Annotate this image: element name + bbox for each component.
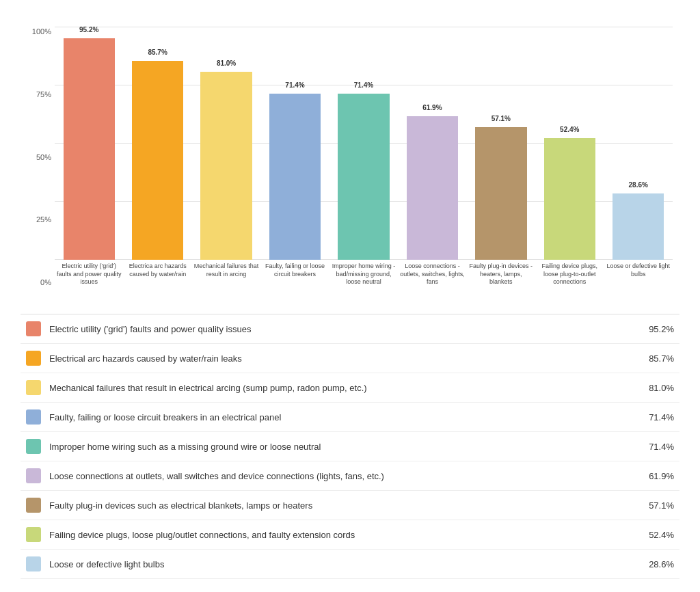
legend-row: Faulty plug-in devices such as electrica… (21, 491, 679, 520)
legend-color-swatch (26, 498, 41, 513)
legend-item-pct: 28.6% (647, 559, 674, 569)
legend-row: Electric utility ('grid') faults and pow… (21, 314, 679, 344)
legend-row: Loose or defective light bulbs28.6% (21, 550, 679, 579)
legend-item-text: Loose connections at outlets, wall switc… (49, 471, 640, 481)
bar-x-label: Faulty, failing or loose circuit breaker… (260, 263, 329, 286)
legend-item-text: Loose or defective light bulbs (49, 559, 640, 569)
bar-x-label: Loose or defective light bulbs (604, 263, 673, 286)
y-axis: 100%75%50%25%0% (21, 27, 51, 286)
chart-container: 100%75%50%25%0% 95.2%85.7%81.0%71.4%71.4… (14, 14, 686, 293)
bar-group: 28.6% (604, 27, 673, 260)
legend-item-pct: 71.4% (647, 442, 674, 452)
bar-group: 81.0% (192, 27, 260, 260)
legend-item-text: Faulty, failing or loose circuit breaker… (49, 412, 640, 422)
bar: 57.1% (475, 127, 526, 260)
bar: 81.0% (200, 72, 252, 260)
bar-x-label: Electrica arc hazards caused by water/ra… (123, 263, 191, 286)
bar-x-label: Faulty plug-in devices - heaters, lamps,… (467, 263, 535, 286)
bars-wrapper: 95.2%85.7%81.0%71.4%71.4%61.9%57.1%52.4%… (55, 27, 673, 260)
bar-group: 95.2% (55, 27, 123, 260)
legend-item-pct: 52.4% (647, 530, 674, 540)
bar-x-label: Improper home wiring - bad/missing groun… (329, 263, 398, 286)
bar-group: 61.9% (398, 27, 466, 260)
legend-item-pct: 81.0% (647, 383, 674, 393)
legend-item-pct: 85.7% (647, 353, 674, 364)
bar-group: 85.7% (123, 27, 191, 260)
legend-row: Electrical arc hazards caused by water/r… (21, 344, 679, 373)
legend-item-text: Faulty plug-in devices such as electrica… (49, 500, 640, 511)
bar: 95.2% (64, 38, 115, 260)
bar-x-label: Loose connections - outlets, switches, l… (398, 263, 466, 286)
legend-color-swatch (26, 351, 41, 366)
legend-table: Electric utility ('grid') faults and pow… (21, 314, 679, 579)
y-axis-label: 75% (21, 90, 51, 98)
bar: 28.6% (612, 193, 664, 260)
bar-group: 57.1% (467, 27, 535, 260)
bar-value-label: 61.9% (422, 104, 442, 111)
legend-color-swatch (26, 321, 41, 336)
legend-color-swatch (26, 439, 41, 454)
legend-item-text: Electrical arc hazards caused by water/r… (49, 353, 640, 364)
bar-x-label: Mechanical failures that result in arcin… (192, 263, 260, 286)
bar-x-label: Failing device plugs, loose plug-to-outl… (535, 263, 604, 286)
bar-x-label: Electric utility ('grid') faults and pow… (55, 263, 123, 286)
legend-row: Failing device plugs, loose plug/outlet … (21, 520, 679, 550)
bar-group: 52.4% (535, 27, 604, 260)
legend-item-pct: 57.1% (647, 500, 674, 511)
legend-item-text: Improper home wiring such as a missing g… (49, 442, 640, 452)
bar-group: 71.4% (329, 27, 398, 260)
legend-row: Loose connections at outlets, wall switc… (21, 461, 679, 491)
legend-item-text: Electric utility ('grid') faults and pow… (49, 324, 640, 334)
legend-color-swatch (26, 380, 41, 395)
y-axis-label: 50% (21, 153, 51, 161)
legend-row: Mechanical failures that result in elect… (21, 373, 679, 403)
legend-item-pct: 61.9% (647, 471, 674, 481)
legend-color-swatch (26, 527, 41, 542)
y-axis-label: 25% (21, 215, 51, 224)
bar-value-label: 57.1% (492, 115, 511, 122)
bar-value-label: 81.0% (217, 59, 236, 67)
y-axis-label: 100% (21, 27, 51, 36)
legend-color-swatch (26, 409, 41, 425)
bar: 85.7% (132, 61, 183, 260)
bar-value-label: 85.7% (148, 49, 167, 56)
bar-value-label: 71.4% (285, 81, 304, 89)
bar-value-label: 71.4% (354, 81, 373, 89)
bar: 61.9% (407, 116, 458, 260)
y-axis-label: 0% (21, 278, 51, 286)
legend-row: Improper home wiring such as a missing g… (21, 432, 679, 461)
bar-value-label: 28.6% (629, 181, 648, 189)
bar-value-label: 52.4% (560, 126, 579, 133)
legend-item-pct: 71.4% (647, 412, 674, 422)
bar: 71.4% (338, 94, 389, 260)
bar: 71.4% (269, 94, 321, 260)
bar-value-label: 95.2% (79, 26, 98, 33)
bar-group: 71.4% (260, 27, 329, 260)
legend-item-pct: 95.2% (647, 324, 674, 334)
legend-color-swatch (26, 468, 41, 483)
legend-item-text: Mechanical failures that result in elect… (49, 383, 640, 393)
bar: 52.4% (544, 138, 595, 260)
legend-color-swatch (26, 556, 41, 571)
legend-row: Faulty, failing or loose circuit breaker… (21, 403, 679, 432)
legend-item-text: Failing device plugs, loose plug/outlet … (49, 530, 640, 540)
